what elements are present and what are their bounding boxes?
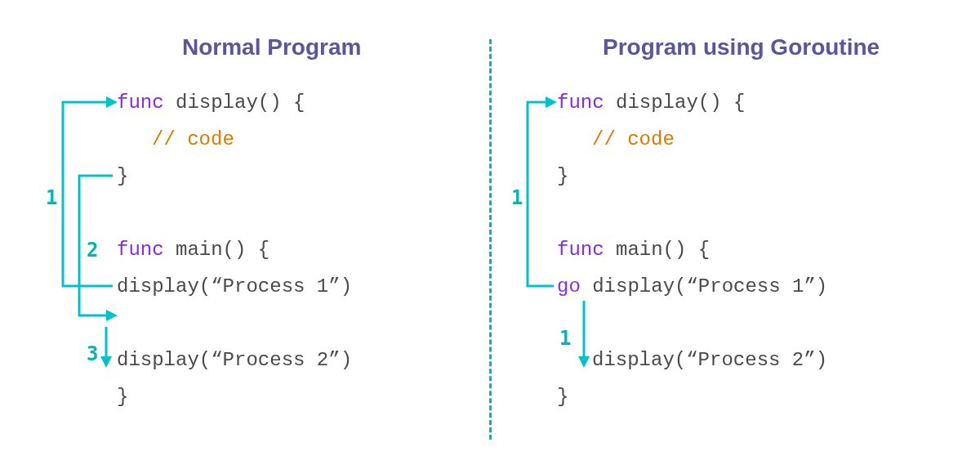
left-line-5: display(“Process 1”) bbox=[117, 275, 352, 297]
svg-marker-4 bbox=[578, 356, 590, 368]
left-line-4-rest: main() { bbox=[164, 239, 270, 261]
left-line-3: } bbox=[117, 165, 128, 187]
divider bbox=[489, 39, 492, 440]
left-line-1: func display() { bbox=[117, 92, 305, 114]
kw-func: func bbox=[117, 239, 164, 261]
right-line-1: func display() { bbox=[557, 92, 745, 114]
svg-marker-3 bbox=[546, 96, 557, 108]
svg-marker-0 bbox=[106, 96, 118, 108]
left-line-1-rest: display() { bbox=[164, 92, 305, 114]
right-title: Program using Goroutine bbox=[603, 34, 880, 60]
kw-func: func bbox=[117, 92, 164, 114]
right-line-6: display(“Process 2”) bbox=[592, 349, 827, 371]
left-step-3: 3 bbox=[87, 342, 98, 365]
right-line-2: // code bbox=[592, 128, 675, 150]
left-line-6: display(“Process 2”) bbox=[117, 349, 352, 371]
right-step-2: 1 bbox=[559, 327, 571, 350]
cm-code: // code bbox=[592, 128, 675, 150]
svg-marker-1 bbox=[106, 310, 118, 321]
svg-marker-2 bbox=[100, 356, 112, 368]
right-step-1: 1 bbox=[511, 186, 523, 209]
left-line-2: // code bbox=[152, 128, 234, 150]
right-line-1-rest: display() { bbox=[604, 92, 746, 114]
kw-func: func bbox=[557, 239, 604, 261]
left-step-1: 1 bbox=[46, 186, 57, 209]
right-line-5: go display(“Process 1”) bbox=[557, 275, 827, 297]
cm-code: // code bbox=[152, 128, 234, 150]
left-step-2: 2 bbox=[87, 239, 98, 262]
right-line-4: func main() { bbox=[557, 239, 710, 261]
left-line-7: } bbox=[117, 386, 128, 408]
left-line-4: func main() { bbox=[117, 239, 270, 261]
right-line-4-rest: main() { bbox=[604, 239, 710, 261]
left-flow-arrows bbox=[0, 0, 490, 474]
kw-go: go bbox=[557, 275, 581, 297]
kw-func: func bbox=[557, 92, 604, 114]
right-line-3: } bbox=[557, 165, 568, 187]
left-title: Normal Program bbox=[182, 34, 361, 60]
right-line-7: } bbox=[557, 386, 568, 408]
right-line-5-rest: display(“Process 1”) bbox=[581, 275, 827, 297]
